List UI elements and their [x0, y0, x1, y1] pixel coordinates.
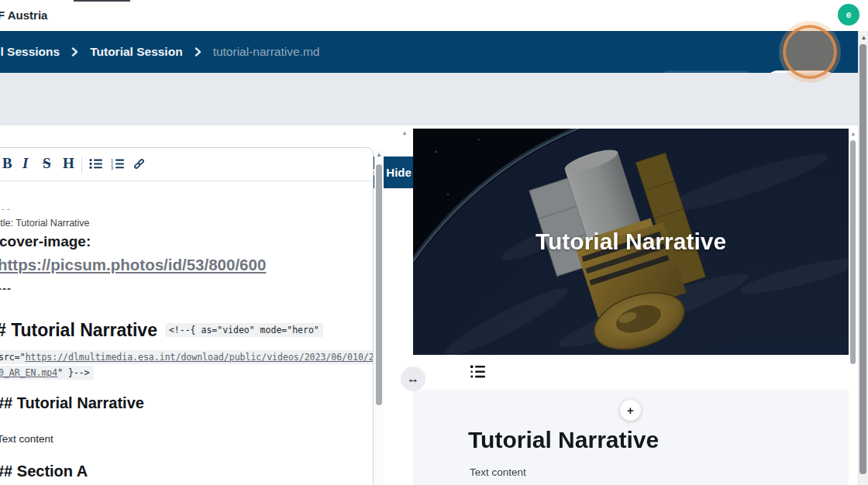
preview-doc-title: Tutorial Narrative: [468, 427, 659, 453]
italic-button[interactable]: I: [22, 155, 28, 172]
hero-title: Tutorial Narrative: [413, 229, 849, 255]
chevron-right-icon: [194, 47, 202, 57]
pane-resize-handle[interactable]: ↔: [401, 366, 425, 391]
add-block-button[interactable]: +: [620, 400, 641, 421]
toc-list-icon[interactable]: [470, 365, 486, 382]
frontmatter-close: ---: [0, 281, 12, 294]
svg-text:3: 3: [111, 166, 113, 170]
heading3-line: ## Section A: [0, 463, 88, 480]
breadcrumb-item-session[interactable]: Tutorial Session: [90, 45, 182, 59]
breadcrumb: All Sessions Tutorial Session tutorial-n…: [0, 31, 319, 73]
preview-left-scroll-arrow[interactable]: ▲: [400, 129, 409, 137]
breadcrumb-item-sessions[interactable]: All Sessions: [0, 45, 60, 59]
breadcrumb-item-file: tutorial-narrative.md: [213, 45, 320, 59]
hero-video-preview: Tutorial Narrative: [413, 129, 849, 355]
chevron-right-icon: [71, 47, 79, 57]
preview-scroll-up-arrow[interactable]: ▲: [849, 130, 858, 138]
frontmatter-open: ---: [0, 204, 12, 215]
editor-scrollbar-thumb[interactable]: [376, 164, 382, 405]
frontmatter-title: title: Tutorial Narrative: [0, 218, 90, 229]
brand-label: F Austria: [0, 9, 47, 22]
preview-scrollbar-thumb[interactable]: [850, 140, 856, 364]
heading-button[interactable]: H: [63, 155, 74, 172]
main-scrollbar-thumb[interactable]: [859, 44, 866, 474]
editor-format-toolbar: B I S H 1 2 3: [0, 148, 373, 181]
app-window: F Austria e All Sessions Tutorial Sessio…: [0, 0, 868, 485]
inline-html-comment: <!--{ as="video" mode="hero": [165, 323, 323, 337]
code-line-src: src="https://dlmultimedia.esa.int/downlo…: [0, 351, 374, 363]
bullet-list-icon[interactable]: [89, 158, 102, 173]
clipped-element-artifact: [74, 0, 130, 2]
cover-image-label: cover-image:: [0, 233, 91, 250]
heading2-line: ## Tutorial Narrative: [0, 394, 144, 412]
code-src-prefix: src=": [0, 352, 26, 363]
preview-document-card: + Tutorial Narrative Text content: [413, 390, 849, 485]
video-src-link[interactable]: https://dlmultimedia.esa.int/download/pu…: [26, 352, 374, 363]
numbered-list-icon[interactable]: 1 2 3: [111, 158, 124, 173]
video-src-link-end[interactable]: 0_AR_EN.mp4: [0, 367, 57, 378]
file-toolbar: View File Delete File Rename File: [0, 73, 868, 126]
preview-toolbar-strip: [413, 355, 849, 390]
heading1-line: # Tutorial Narrative<!--{ as="video" mod…: [0, 320, 323, 341]
user-avatar[interactable]: e: [838, 4, 859, 26]
bold-button[interactable]: B: [2, 155, 12, 172]
code-src-suffix: " }-->: [57, 367, 90, 378]
top-bar: F Austria e: [0, 0, 868, 31]
scroll-up-arrow[interactable]: ▲: [374, 151, 384, 159]
format-toolbar-divider: [81, 157, 82, 173]
markdown-editor-panel: B I S H 1 2 3: [0, 147, 374, 485]
preview-doc-paragraph: Text content: [470, 466, 526, 478]
paragraph-line: Text content: [0, 433, 53, 445]
strikethrough-button[interactable]: S: [43, 155, 51, 172]
code-line-src-end: 0_AR_EN.mp4" }-->: [0, 366, 94, 378]
link-icon[interactable]: [133, 158, 146, 173]
breadcrumb-bar: All Sessions Tutorial Session tutorial-n…: [0, 31, 868, 73]
cover-image-link[interactable]: https://picsum.photos/id/53/800/600: [0, 256, 266, 274]
heading1-text: # Tutorial Narrative: [0, 320, 157, 340]
main-scroll-up-arrow[interactable]: ▲: [859, 34, 868, 42]
